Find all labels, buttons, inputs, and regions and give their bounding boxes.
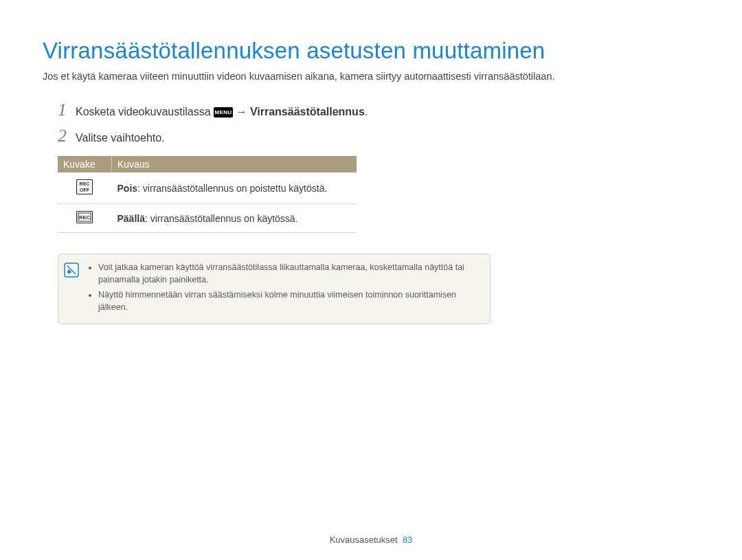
- table-header-desc: Kuvaus: [112, 156, 357, 172]
- table-row: REC Päällä: virransäästötallennus on käy…: [58, 204, 357, 233]
- svg-text:OFF: OFF: [80, 188, 90, 192]
- step-1-pre: Kosketa videokuvaustilassa: [76, 106, 214, 117]
- icon-cell: REC OFF: [58, 172, 112, 204]
- note-list: Voit jatkaa kameran käyttöä virransäästö…: [87, 261, 480, 317]
- row-bold: Pois: [117, 183, 138, 194]
- desc-cell: Pois: virransäästötallennus on poistettu…: [112, 172, 357, 204]
- list-item: Voit jatkaa kameran käyttöä virransäästö…: [98, 261, 480, 286]
- row-bold: Päällä: [117, 213, 145, 224]
- table-header-icon: Kuvake: [58, 156, 112, 172]
- step-1-bold: Virransäästötallennus: [250, 106, 365, 117]
- note-box: Voit jatkaa kameran käyttöä virransäästö…: [58, 254, 491, 324]
- footer-section: Kuvausasetukset: [330, 535, 398, 545]
- arrow-icon: →: [236, 106, 249, 117]
- step-2: 2 Valitse vaihtoehto.: [58, 126, 699, 146]
- svg-text:REC: REC: [80, 181, 90, 186]
- document-page: Virransäästötallennuksen asetusten muutt…: [0, 0, 742, 560]
- step-1-text: Kosketa videokuvaustilassa MENU → Virran…: [76, 106, 368, 118]
- footer-page-number: 83: [403, 535, 412, 545]
- options-table: Kuvake Kuvaus REC OFF Pois: virransäästö: [58, 156, 357, 233]
- rec-off-icon: REC OFF: [76, 179, 93, 197]
- step-1: 1 Kosketa videokuvaustilassa MENU → Virr…: [58, 100, 699, 120]
- steps-list: 1 Kosketa videokuvaustilassa MENU → Virr…: [58, 100, 699, 146]
- table-row: REC OFF Pois: virransäästötallennus on p…: [58, 172, 357, 204]
- desc-cell: Päällä: virransäästötallennus on käytöss…: [112, 204, 357, 233]
- svg-text:REC: REC: [79, 214, 90, 221]
- rec-on-icon: REC: [76, 211, 93, 225]
- menu-icon: MENU: [214, 107, 233, 117]
- note-icon: [64, 262, 83, 317]
- step-1-end: .: [365, 106, 368, 117]
- page-footer: Kuvausasetukset 83: [0, 535, 742, 545]
- step-2-text: Valitse vaihtoehto.: [76, 132, 165, 144]
- row-text: : virransäästötallennus on poistettu käy…: [137, 183, 327, 194]
- icon-cell: REC: [58, 204, 112, 233]
- step-number: 1: [58, 100, 76, 120]
- page-title: Virransäästötallennuksen asetusten muutt…: [43, 38, 699, 64]
- list-item: Näyttö himmennetään virran säästämiseksi…: [98, 289, 480, 313]
- step-number: 2: [58, 126, 76, 146]
- intro-text: Jos et käytä kameraa viiteen minuuttiin …: [43, 71, 699, 82]
- row-text: : virransäästötallennus on käytössä.: [145, 213, 298, 224]
